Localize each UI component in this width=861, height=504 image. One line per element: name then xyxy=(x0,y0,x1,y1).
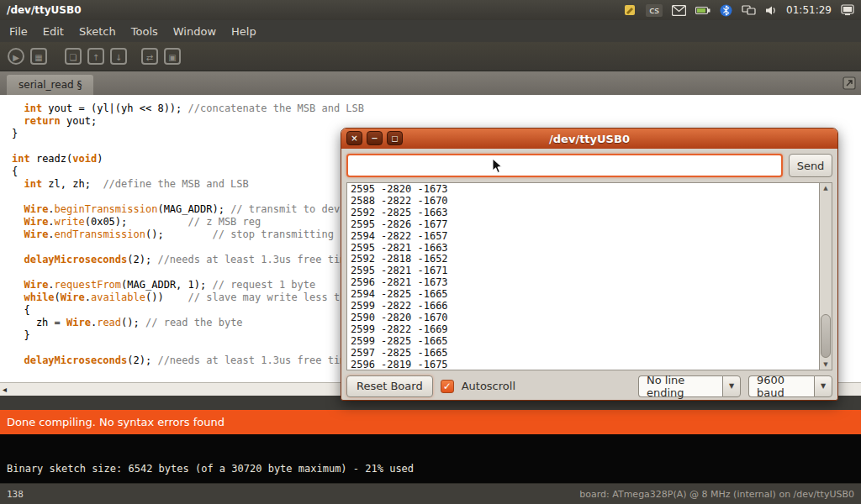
chevron-down-icon[interactable]: ▼ xyxy=(722,375,741,397)
maximize-icon[interactable]: ◻ xyxy=(387,131,403,145)
bluetooth-icon[interactable] xyxy=(720,4,732,17)
chevron-down-icon[interactable]: ▼ xyxy=(814,375,832,397)
scroll-down-icon[interactable]: ▼ xyxy=(820,361,832,368)
menu-sketch[interactable]: Sketch xyxy=(71,22,124,41)
line-ending-value: No line ending xyxy=(638,375,722,397)
serial-line: 2595 -2821 -1671 xyxy=(351,265,819,277)
serial-monitor-titlebar[interactable]: × − ◻ /dev/ttyUSB0 xyxy=(341,129,837,149)
stop-button[interactable]: ▦ xyxy=(30,48,47,65)
menubar: FileEditSketchToolsWindowHelp xyxy=(0,20,861,42)
mail-icon[interactable] xyxy=(672,5,686,16)
open-sketch-button[interactable]: ↑ xyxy=(87,48,104,65)
notes-icon[interactable] xyxy=(623,3,637,17)
code-line: int yout = (yl|(yh << 8)); //concatenate… xyxy=(12,102,861,115)
serial-monitor-body: Send 2595 -2820 -16732588 -2822 -1670259… xyxy=(341,149,837,400)
reset-board-button[interactable]: Reset Board xyxy=(346,375,433,397)
new-sketch-button[interactable]: ❏ xyxy=(65,48,82,65)
minimize-icon[interactable]: − xyxy=(367,131,383,145)
scroll-up-icon[interactable]: ▲ xyxy=(820,185,832,192)
serial-line: 2588 -2822 -1670 xyxy=(351,196,819,207)
session-power-icon[interactable] xyxy=(841,4,854,16)
serial-line: 2594 -2822 -1657 xyxy=(351,231,819,243)
serial-line: 2597 -2825 -1665 xyxy=(351,348,819,360)
serial-controls-row: Reset Board ✓ Autoscroll No line ending … xyxy=(346,375,832,397)
close-icon[interactable]: × xyxy=(346,131,362,145)
serial-line: 2599 -2822 -1669 xyxy=(351,324,819,336)
menu-window[interactable]: Window xyxy=(166,22,224,41)
cursor-line-number: 138 xyxy=(7,489,24,500)
compile-status-bar: Done compiling. No syntax errors found xyxy=(0,410,861,434)
serial-line: 2592 -2825 -1663 xyxy=(351,207,819,219)
send-button[interactable]: Send xyxy=(789,154,832,177)
baud-rate-dropdown[interactable]: 9600 baud ▼ xyxy=(748,375,832,397)
serial-send-input[interactable] xyxy=(346,154,783,177)
tab-serial-read[interactable]: serial_read § xyxy=(7,75,93,95)
autoscroll-checkbox[interactable]: ✓ xyxy=(441,380,454,393)
serial-line: 2590 -2820 -1670 xyxy=(351,312,819,324)
tab-menu-icon[interactable] xyxy=(843,76,856,90)
tab-bar: serial_read § xyxy=(0,71,861,95)
serial-line: 2595 -2820 -1673 xyxy=(351,184,819,196)
serial-line: 2592 -2818 -1652 xyxy=(351,254,819,265)
serial-monitor-window: × − ◻ /dev/ttyUSB0 Send 2595 -2820 -1673… xyxy=(341,128,838,401)
serial-line: 2594 -2825 -1665 xyxy=(351,289,819,301)
serial-line: 2596 -2821 -1673 xyxy=(351,277,819,289)
menu-edit[interactable]: Edit xyxy=(35,22,71,41)
system-tray: cs 01:51:29 xyxy=(623,3,854,17)
upload-button[interactable]: ⇄ xyxy=(141,48,158,65)
keyboard-layout-indicator[interactable]: cs xyxy=(646,4,663,17)
mouse-cursor xyxy=(492,158,503,177)
scrollbar-thumb[interactable] xyxy=(821,314,831,358)
save-sketch-button[interactable]: ↓ xyxy=(110,48,127,65)
window-title: /dev/ttyUSB0 xyxy=(7,4,82,16)
serial-monitor-title: /dev/ttyUSB0 xyxy=(549,133,630,145)
clock[interactable]: 01:51:29 xyxy=(786,4,832,16)
baud-rate-value: 9600 baud xyxy=(748,375,814,397)
verify-button[interactable]: ▶ xyxy=(8,48,24,65)
build-console: Binary sketch size: 6542 bytes (of a 307… xyxy=(0,434,861,483)
toolbar: ▶▦❏↑↓⇄▣ xyxy=(0,42,861,71)
volume-icon[interactable] xyxy=(765,5,777,16)
window-buttons: × − ◻ xyxy=(346,131,403,145)
serial-output[interactable]: 2595 -2820 -16732588 -2822 -16702592 -28… xyxy=(347,183,819,370)
network-icon[interactable] xyxy=(742,5,756,16)
serial-line: 2596 -2819 -1675 xyxy=(351,360,819,370)
battery-icon[interactable] xyxy=(695,6,710,15)
serial-scrollbar[interactable]: ▲ ▼ xyxy=(819,183,832,370)
bottom-status-bar: 138 board: ATmega328P(A) @ 8 MHz (intern… xyxy=(0,483,861,504)
autoscroll-label: Autoscroll xyxy=(462,380,515,392)
serial-monitor-button[interactable]: ▣ xyxy=(164,48,181,65)
top-panel: /dev/ttyUSB0 cs 01:51:29 xyxy=(0,0,861,20)
scroll-left-icon[interactable]: ◂ xyxy=(3,384,7,396)
serial-line: 2599 -2822 -1666 xyxy=(351,301,819,312)
serial-output-panel: 2595 -2820 -16732588 -2822 -16702592 -28… xyxy=(346,182,832,370)
console-output: Binary sketch size: 6542 bytes (of a 307… xyxy=(7,463,414,475)
serial-line: 2595 -2826 -1677 xyxy=(351,219,819,231)
line-ending-dropdown[interactable]: No line ending ▼ xyxy=(638,375,741,397)
serial-line: 2599 -2825 -1665 xyxy=(351,336,819,348)
board-info: board: ATmega328P(A) @ 8 MHz (internal) … xyxy=(579,489,854,500)
menu-file[interactable]: File xyxy=(2,22,35,41)
menu-tools[interactable]: Tools xyxy=(124,22,166,41)
compile-status-text: Done compiling. No syntax errors found xyxy=(7,416,224,428)
serial-line: 2595 -2821 -1663 xyxy=(351,243,819,255)
menu-help[interactable]: Help xyxy=(224,22,264,41)
code-line: return yout; xyxy=(12,115,861,128)
send-row: Send xyxy=(346,154,832,177)
